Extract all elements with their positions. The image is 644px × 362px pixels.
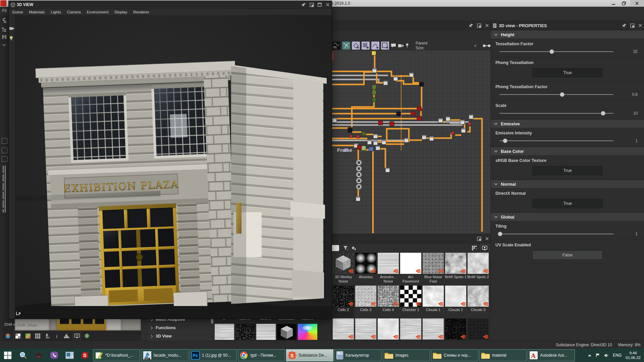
dock-tool-icon[interactable] — [2, 156, 7, 162]
section-header-base-color[interactable]: Base Color — [491, 147, 644, 156]
node-shape-icon[interactable] — [352, 42, 360, 50]
3d-view-menu-renderer[interactable]: Renderer — [133, 10, 149, 14]
launcher-window-app[interactable] — [62, 349, 77, 362]
close-icon[interactable] — [483, 235, 491, 242]
task-button-facade-modu-[interactable]: MAXfacade_modu... — [141, 349, 189, 361]
graph-node[interactable] — [429, 136, 434, 141]
graph-node[interactable] — [369, 147, 373, 151]
properties-panel-titlebar[interactable]: 3D view - PROPERTIES — [491, 21, 644, 30]
shelf-thumbnail[interactable] — [298, 324, 317, 340]
library-item-cells-2[interactable]: Cells 2 — [332, 285, 354, 318]
library-item-anisotro-noise[interactable]: Anisotro... Noise — [377, 252, 399, 285]
chevron-down-icon[interactable] — [1, 42, 7, 48]
3d-view-menu-display[interactable]: Display — [114, 10, 127, 14]
launcher-viber[interactable] — [46, 349, 62, 362]
close-button[interactable] — [630, 0, 644, 7]
minimize-button[interactable] — [609, 0, 618, 7]
slider-knob[interactable] — [601, 111, 605, 116]
task-button-substance-de-[interactable]: SSubstance De... — [286, 349, 333, 361]
graph-node[interactable] — [372, 85, 376, 89]
dock-icon[interactable] — [628, 22, 636, 29]
info-icon[interactable]: i — [53, 332, 61, 340]
graph-node[interactable] — [419, 82, 424, 86]
graph-node[interactable] — [409, 73, 414, 77]
task-button-калькулятор[interactable]: 0Калькулятор — [334, 349, 382, 361]
section-header-normal[interactable]: Normal — [491, 180, 644, 188]
graph-node[interactable] — [417, 116, 421, 121]
library-panel-titlebar[interactable] — [332, 234, 491, 243]
close-icon[interactable] — [324, 1, 332, 8]
graph-node[interactable] — [372, 51, 376, 55]
library-item-bnw-spots-2[interactable]: BnW Spots 2 — [467, 252, 489, 285]
graph-node[interactable] — [376, 146, 380, 150]
library-item-cells-3[interactable]: Cells 3 — [355, 285, 377, 318]
launcher-search[interactable] — [15, 349, 31, 362]
dock-tool-icon[interactable] — [2, 147, 7, 153]
graph-node[interactable] — [417, 107, 421, 111]
viewport-corner-icon[interactable] — [16, 311, 21, 317]
transparency-icon[interactable] — [14, 332, 22, 340]
node-uniform-icon[interactable]: 01 — [332, 42, 340, 50]
graph-node[interactable] — [367, 140, 372, 144]
outliner-item-3d-view[interactable]: 3D View — [147, 332, 214, 341]
node-link-icon[interactable] — [398, 44, 404, 48]
uv-scale-icon[interactable] — [44, 332, 51, 340]
task-button--d-localhost-[interactable]: *D:\localhost_... — [93, 349, 140, 361]
camera-icon[interactable] — [9, 26, 14, 30]
library-item-alveolus[interactable]: Alveolus — [355, 252, 377, 285]
slider-knob[interactable] — [560, 92, 565, 97]
graph-node[interactable] — [356, 197, 360, 201]
close-icon[interactable] — [636, 22, 644, 29]
graph-node[interactable] — [469, 115, 473, 119]
shelf-thumbnail[interactable] — [215, 324, 234, 340]
graph-node[interactable] — [372, 68, 377, 73]
preview-mode-icon[interactable] — [480, 244, 489, 252]
library-item-blue-noise-fast[interactable]: Blue Noise Fast — [422, 252, 444, 285]
pin-icon[interactable] — [620, 22, 628, 29]
task-button-autodesk-aut-[interactable]: AAutodesk Aut... — [528, 349, 575, 361]
histogram-icon[interactable] — [63, 332, 70, 340]
display-channels-icon[interactable] — [73, 332, 81, 340]
slider-tessellation-factor[interactable] — [499, 49, 613, 54]
library-item-arc-pavement[interactable]: Arc Pavement — [400, 252, 422, 285]
graph-panel-titlebar[interactable] — [332, 21, 491, 30]
launcher-monkey-app[interactable] — [31, 349, 46, 362]
library-item-bnw-spots-1[interactable]: BnW Spots 1 — [445, 252, 467, 285]
action-center-icon[interactable] — [596, 353, 600, 358]
pin-icon[interactable] — [467, 22, 475, 29]
graph-node[interactable] — [390, 122, 394, 126]
tray-expand-icon[interactable] — [588, 354, 592, 357]
library-item[interactable] — [445, 318, 467, 340]
library-item[interactable] — [377, 318, 399, 340]
library-item[interactable] — [400, 318, 422, 340]
graph-node[interactable] — [357, 135, 360, 138]
file-menu[interactable]: Fil — [2, 8, 7, 13]
toggle-uv-scale-enabled[interactable]: False — [532, 250, 603, 260]
graph-node[interactable] — [372, 98, 376, 102]
library-item[interactable] — [467, 318, 489, 340]
graph-node[interactable] — [404, 138, 409, 142]
slider-knob[interactable] — [549, 49, 554, 54]
gradient-icon[interactable] — [24, 332, 32, 340]
node-frame-icon[interactable] — [381, 42, 389, 50]
linked-nodes-icon[interactable] — [483, 44, 491, 48]
graph-node[interactable] — [362, 146, 366, 150]
library-item-checker-1[interactable]: Checker 1 — [400, 285, 422, 318]
launcher-substance-red[interactable]: S — [77, 349, 93, 362]
dock-icon[interactable] — [308, 1, 316, 8]
library-search-input[interactable] — [332, 245, 339, 251]
section-header-height[interactable]: Height — [491, 30, 644, 39]
3d-view-menu-materials[interactable]: Materials — [29, 10, 45, 14]
close-icon[interactable] — [483, 22, 491, 29]
graph-node[interactable] — [446, 117, 450, 121]
graph-node[interactable] — [348, 128, 352, 132]
task-button-1-1-jpg-50-[interactable]: Ps1 (1).jpg @ 50... — [190, 349, 237, 361]
graph-node[interactable] — [350, 135, 353, 138]
3d-view-titlebar[interactable]: 3D VIEW — [9, 1, 332, 9]
section-header-global[interactable]: Global — [491, 213, 644, 221]
color-space-icon[interactable] — [83, 332, 91, 340]
launcher-windows-start[interactable] — [0, 349, 15, 362]
library-item-cells-4[interactable]: Cells 4 — [377, 285, 399, 318]
library-item-3d-worley-noise[interactable]: 3D Worley Noise — [332, 252, 354, 285]
graph-node[interactable] — [451, 131, 454, 134]
